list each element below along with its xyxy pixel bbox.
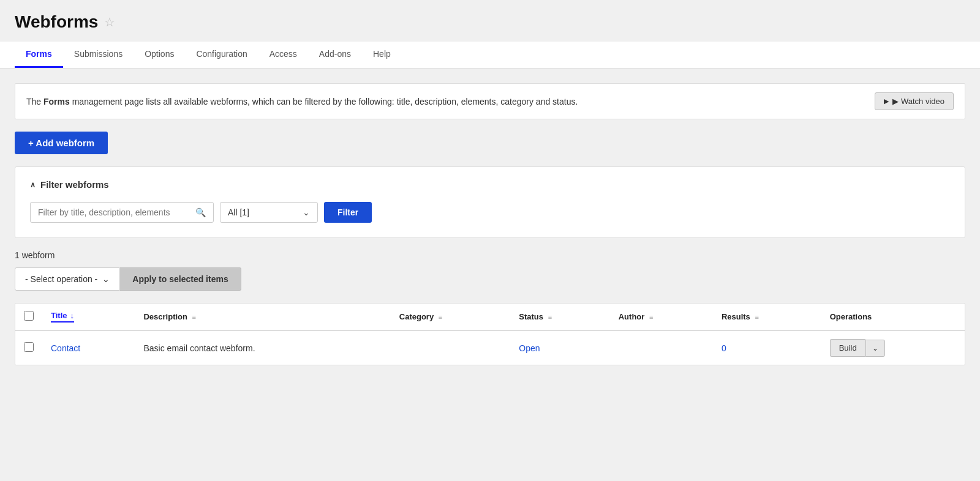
col-title[interactable]: Title ↓ bbox=[42, 304, 135, 330]
col-category[interactable]: Category ≡ bbox=[391, 304, 510, 330]
info-bar: The Forms management page lists all avai… bbox=[15, 83, 965, 119]
select-operation-label: - Select operation - bbox=[25, 274, 97, 284]
chevron-down-icon: ⌄ bbox=[303, 207, 310, 217]
description-filter-icon: ≡ bbox=[192, 313, 196, 321]
select-all-checkbox[interactable] bbox=[24, 311, 34, 321]
row-checkbox-cell[interactable] bbox=[15, 330, 42, 365]
col-description-label: Description bbox=[143, 312, 187, 321]
col-title-label: Title bbox=[51, 311, 67, 320]
collapse-icon: ∧ bbox=[30, 181, 36, 189]
row-operations-cell: Build ⌄ bbox=[821, 330, 965, 365]
tab-options[interactable]: Options bbox=[134, 42, 185, 68]
filter-select-value: All [1] bbox=[228, 207, 249, 217]
info-text: The Forms management page lists all avai… bbox=[26, 97, 578, 106]
col-operations: Operations bbox=[821, 304, 965, 330]
filter-button[interactable]: Filter bbox=[324, 202, 372, 223]
build-btn-group: Build ⌄ bbox=[830, 339, 885, 357]
results-count: 1 webform bbox=[15, 250, 965, 260]
apply-to-selected-button[interactable]: Apply to selected items bbox=[120, 267, 241, 291]
row-results-cell: 0 bbox=[713, 330, 821, 365]
select-all-checkbox-cell[interactable] bbox=[15, 304, 42, 330]
row-description: Basic email contact webform. bbox=[143, 343, 255, 353]
filter-section-title: Filter webforms bbox=[40, 179, 109, 190]
filter-category-select[interactable]: All [1] ⌄ bbox=[220, 202, 318, 223]
row-category-cell bbox=[391, 330, 510, 365]
tabs-bar: Forms Submissions Options Configuration … bbox=[0, 42, 980, 69]
row-author-cell bbox=[610, 330, 713, 365]
category-filter-icon: ≡ bbox=[439, 313, 442, 321]
author-filter-icon: ≡ bbox=[649, 313, 653, 321]
filter-text-input[interactable] bbox=[38, 207, 195, 217]
row-status-cell: Open bbox=[510, 330, 609, 365]
row-title-cell: Contact bbox=[42, 330, 135, 365]
filter-text-wrapper: 🔍 bbox=[30, 202, 214, 223]
col-author-label: Author bbox=[619, 312, 645, 321]
col-operations-label: Operations bbox=[830, 312, 872, 321]
search-icon: 🔍 bbox=[195, 207, 206, 217]
row-status-link[interactable]: Open bbox=[519, 343, 540, 353]
filter-button-label: Filter bbox=[337, 207, 358, 217]
row-results-link[interactable]: 0 bbox=[722, 343, 726, 353]
tab-add-ons[interactable]: Add-ons bbox=[308, 42, 362, 68]
tab-access[interactable]: Access bbox=[258, 42, 308, 68]
tab-submissions[interactable]: Submissions bbox=[63, 42, 134, 68]
tab-forms[interactable]: Forms bbox=[15, 42, 63, 68]
filter-controls: 🔍 All [1] ⌄ Filter bbox=[30, 202, 950, 223]
sort-down-icon: ↓ bbox=[70, 311, 75, 320]
results-count-label: 1 webform bbox=[15, 250, 55, 260]
col-description[interactable]: Description ≡ bbox=[135, 304, 390, 330]
row-title-link[interactable]: Contact bbox=[51, 343, 80, 353]
filter-webforms-section: ∧ Filter webforms 🔍 All [1] ⌄ Filter bbox=[15, 166, 965, 238]
col-author[interactable]: Author ≡ bbox=[610, 304, 713, 330]
watch-video-button[interactable]: ▶ ▶ Watch video bbox=[875, 92, 954, 110]
col-status[interactable]: Status ≡ bbox=[510, 304, 609, 330]
results-filter-icon: ≡ bbox=[755, 313, 758, 321]
status-filter-icon: ≡ bbox=[548, 313, 552, 321]
col-results-label: Results bbox=[722, 312, 750, 321]
watch-video-label: ▶ Watch video bbox=[892, 97, 944, 106]
add-webform-button[interactable]: + Add webform bbox=[15, 132, 108, 154]
select-operation-chevron-icon: ⌄ bbox=[102, 274, 110, 284]
tab-help[interactable]: Help bbox=[362, 42, 402, 68]
build-dropdown-icon: ⌄ bbox=[872, 344, 878, 352]
select-operation-button[interactable]: - Select operation - ⌄ bbox=[15, 267, 120, 291]
row-description-cell: Basic email contact webform. bbox=[135, 330, 390, 365]
bulk-actions: - Select operation - ⌄ Apply to selected… bbox=[15, 267, 965, 291]
favorite-star-icon[interactable]: ☆ bbox=[104, 15, 115, 29]
page-title: Webforms bbox=[15, 12, 98, 32]
col-results[interactable]: Results ≡ bbox=[713, 304, 821, 330]
build-label: Build bbox=[839, 343, 857, 352]
webforms-table: Title ↓ Description ≡ Category ≡ bbox=[15, 303, 965, 365]
build-button[interactable]: Build bbox=[830, 339, 865, 357]
apply-button-label: Apply to selected items bbox=[132, 274, 228, 284]
tab-configuration[interactable]: Configuration bbox=[185, 42, 258, 68]
col-status-label: Status bbox=[519, 312, 543, 321]
row-checkbox[interactable] bbox=[24, 342, 34, 352]
table-row: Contact Basic email contact webform. Ope… bbox=[15, 330, 965, 365]
build-dropdown-button[interactable]: ⌄ bbox=[865, 340, 885, 357]
play-icon: ▶ bbox=[884, 97, 889, 105]
col-category-label: Category bbox=[399, 312, 434, 321]
filter-header[interactable]: ∧ Filter webforms bbox=[30, 179, 950, 190]
add-webform-label: + Add webform bbox=[28, 138, 94, 148]
